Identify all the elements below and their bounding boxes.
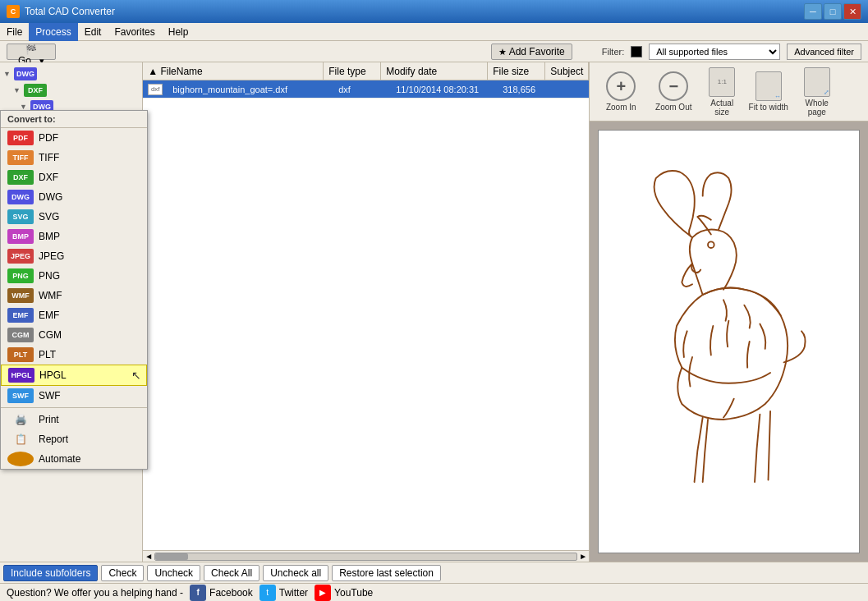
zoom-out-icon: − (659, 71, 688, 101)
menu-file[interactable]: File (0, 23, 29, 41)
fit-to-width-button[interactable]: ↔ Fit to width (746, 66, 791, 118)
col-filename[interactable]: ▲ FileName (143, 62, 324, 80)
convert-hpgl[interactable]: HPGL HPGL ↖ (1, 365, 147, 386)
col-filetype-label: File type (328, 66, 365, 77)
col-subject[interactable]: Subject (545, 62, 589, 80)
png-label: PNG (39, 270, 60, 282)
filter-color-swatch (631, 46, 642, 57)
col-filesize[interactable]: File size (488, 62, 545, 80)
scroll-thumb[interactable] (155, 553, 188, 560)
file-row[interactable]: dxf bighorn_mountain_goat=.dxf dxf 11/10… (143, 80, 589, 99)
menu-help[interactable]: Help (162, 23, 195, 41)
pdf-label: PDF (39, 132, 58, 144)
convert-cgm[interactable]: CGM CGM (1, 325, 147, 345)
action-print[interactable]: 🖨️ Print (1, 410, 147, 429)
cursor-indicator: ↖ (131, 369, 141, 382)
convert-pdf[interactable]: PDF PDF (1, 128, 147, 148)
go-button[interactable]: 🏁 Go...▾ (7, 44, 56, 60)
tree-item-dxf[interactable]: ▼ DXF (0, 82, 142, 99)
status-text: Question? We offer you a helping hand - (7, 587, 183, 599)
whole-page-button[interactable]: ⤢ Whole page (794, 66, 839, 118)
bottom-bar: Include subfolders Check Uncheck Check A… (0, 562, 868, 583)
youtube-icon: ▶ (315, 585, 331, 601)
twitter-icon: t (259, 585, 276, 601)
uncheck-button[interactable]: Uncheck (147, 565, 200, 581)
cgm-label: CGM (39, 329, 62, 341)
convert-emf[interactable]: EMF EMF (1, 305, 147, 325)
action-automate[interactable]: Automate (1, 449, 147, 469)
check-button[interactable]: Check (101, 565, 144, 581)
dxf-label: DXF (39, 172, 58, 183)
wmf-icon: WMF (7, 288, 34, 303)
uncheck-all-button[interactable]: Uncheck all (263, 565, 328, 581)
bmp-label: BMP (39, 231, 60, 242)
tiff-label: TIFF (39, 152, 59, 163)
convert-dxf[interactable]: DXF DXF (1, 167, 147, 187)
preview-canvas (598, 130, 860, 553)
file-type-icon: dxf (148, 84, 163, 95)
minimize-button[interactable]: ─ (804, 3, 822, 20)
youtube-label: YouTube (334, 587, 373, 599)
zoom-out-button[interactable]: − Zoom Out (649, 66, 698, 118)
convert-tiff[interactable]: TIFF TIFF (1, 148, 147, 167)
fit-to-width-icon: ↔ (755, 71, 782, 101)
menu-process[interactable]: Process (29, 23, 77, 41)
zoom-in-button[interactable]: + Zoom In (596, 66, 645, 118)
actual-size-button[interactable]: 1:1 Actual size (701, 66, 742, 118)
svg-icon: SVG (7, 209, 34, 224)
dwg-tree-icon: DWG (14, 67, 37, 80)
report-icon: 📋 (7, 432, 34, 447)
title-bar-left: C Total CAD Converter (7, 5, 115, 18)
automate-icon (7, 452, 34, 466)
maximize-button[interactable]: □ (824, 3, 842, 20)
add-favorite-button[interactable]: ★ Add Favorite (491, 44, 572, 60)
title-bar-buttons[interactable]: ─ □ ✕ (804, 3, 861, 20)
convert-swf[interactable]: SWF SWF (1, 386, 147, 406)
convert-png[interactable]: PNG PNG (1, 266, 147, 286)
convert-dwg[interactable]: DWG DWG (1, 187, 147, 207)
dropdown-separator (1, 407, 147, 408)
col-subject-label: Subject (550, 66, 583, 77)
swf-label: SWF (39, 390, 61, 401)
check-all-button[interactable]: Check All (204, 565, 259, 581)
convert-wmf[interactable]: WMF WMF (1, 286, 147, 305)
scroll-right-btn[interactable]: ► (579, 552, 587, 561)
scroll-track[interactable] (154, 553, 577, 561)
twitter-link[interactable]: t Twitter (259, 585, 308, 601)
restore-selection-button[interactable]: Restore last selection (332, 565, 441, 581)
convert-svg[interactable]: SVG SVG (1, 207, 147, 227)
col-modifydate[interactable]: Modify date (381, 62, 488, 80)
tree-arrow: ▼ (3, 70, 11, 78)
h-scrollbar[interactable]: ◄ ► (143, 550, 589, 562)
jpeg-label: JPEG (39, 250, 64, 262)
actual-size-label: Actual size (702, 99, 742, 117)
pdf-icon: PDF (7, 131, 34, 145)
svg-point-0 (708, 241, 714, 248)
col-filetype[interactable]: File type (324, 62, 381, 80)
file-row-icon: dxf (143, 84, 168, 95)
close-button[interactable]: ✕ (843, 3, 861, 20)
convert-jpeg[interactable]: JPEG JPEG (1, 246, 147, 266)
automate-label: Automate (39, 453, 80, 465)
action-report[interactable]: 📋 Report (1, 429, 147, 449)
zoom-in-icon: + (606, 71, 636, 101)
menu-favorites[interactable]: Favorites (108, 23, 161, 41)
zoom-out-label: Zoom Out (655, 103, 691, 112)
youtube-link[interactable]: ▶ YouTube (315, 585, 373, 601)
whole-page-icon: ⤢ (804, 67, 830, 97)
tree-item-dwg[interactable]: ▼ DWG (0, 66, 142, 82)
filter-select[interactable]: All supported files DXF files DWG files (649, 44, 780, 60)
emf-label: EMF (39, 310, 59, 321)
convert-bmp[interactable]: BMP BMP (1, 227, 147, 246)
hpgl-icon: HPGL (8, 368, 34, 383)
convert-plt[interactable]: PLT PLT (1, 345, 147, 365)
file-row-size: 318,656 (498, 85, 555, 94)
file-list-body: dxf bighorn_mountain_goat=.dxf dxf 11/10… (143, 80, 589, 550)
advanced-filter-button[interactable]: Advanced filter (787, 44, 861, 60)
scroll-left-btn[interactable]: ◄ (145, 552, 153, 561)
preview-toolbar: + Zoom In − Zoom Out 1:1 Actual size ↔ F… (590, 62, 868, 122)
menu-edit[interactable]: Edit (78, 23, 108, 41)
include-subfolders-button[interactable]: Include subfolders (3, 565, 98, 581)
facebook-icon: f (190, 585, 206, 601)
facebook-link[interactable]: f Facebook (190, 585, 253, 601)
